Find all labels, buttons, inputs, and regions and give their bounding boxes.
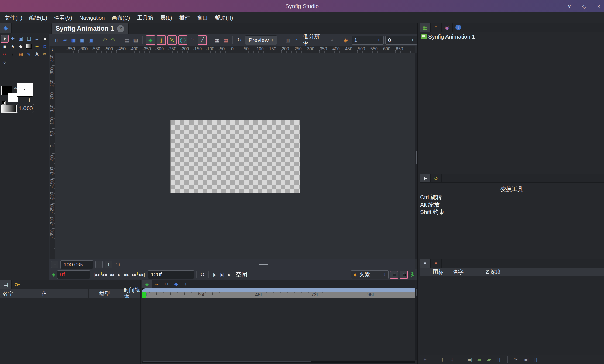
brush-size-decrease-button[interactable]: −: [19, 96, 23, 104]
tab-sound[interactable]: ♫: [181, 280, 191, 288]
keyframe-curve-toggle[interactable]: ʃ: [157, 35, 166, 45]
seek-prev-keyframe-button[interactable]: ◀◀: [100, 271, 108, 279]
past-keyframe-lock-button[interactable]: ◖: [390, 271, 398, 279]
reset-colors-icon[interactable]: [2, 101, 6, 105]
column-header[interactable]: [89, 289, 97, 298]
brush-size-increase-button[interactable]: +: [28, 96, 31, 104]
menu-window[interactable]: 窗口: [194, 12, 211, 23]
running-man-icon[interactable]: [410, 272, 414, 278]
zoom-level-field[interactable]: 100.0%: [60, 260, 93, 269]
canvas-workarea[interactable]: [55, 53, 415, 259]
pencil-tool[interactable]: ✏: [41, 50, 49, 58]
preview-render-button[interactable]: ▩: [131, 35, 140, 45]
menu-file[interactable]: 文件(F): [1, 12, 26, 23]
canvas-tree-item[interactable]: Synfig Animation 1: [420, 32, 604, 40]
document-tab[interactable]: Synfig Animation 1 ×: [51, 23, 129, 34]
render-preview-camera-icon[interactable]: ▥: [283, 35, 292, 45]
fit-canvas-button[interactable]: ▢: [114, 261, 121, 268]
column-header[interactable]: 图标: [430, 268, 450, 276]
tab-meta-data[interactable]: ◆: [171, 280, 181, 288]
maximize-button[interactable]: ◇: [582, 3, 586, 9]
time-ruler[interactable]: 0f24f48f72f96f: [142, 292, 415, 299]
grid-toggle[interactable]: ▦: [213, 35, 221, 45]
seek-next-keyframe-button[interactable]: ▶▶: [131, 271, 138, 279]
cut-button[interactable]: ✂: [513, 356, 520, 363]
spline-tool[interactable]: ✒: [33, 43, 41, 50]
timetrack-body[interactable]: [142, 298, 415, 360]
future-keyframe-lock-button[interactable]: ◗: [400, 271, 408, 279]
menu-edit[interactable]: 编辑(E): [26, 12, 51, 23]
delete-layer-button[interactable]: ▯: [496, 356, 502, 363]
cutout-tool[interactable]: ✂: [1, 50, 9, 58]
text-tool[interactable]: A: [33, 50, 41, 58]
zoom-normal-button[interactable]: 1: [105, 261, 112, 268]
new-document-button[interactable]: ▯: [52, 35, 61, 45]
canvas-vertical-scrollbar[interactable]: [415, 53, 417, 259]
mirror-tool[interactable]: ▣: [17, 35, 25, 43]
menu-navigation[interactable]: Navigation: [76, 12, 108, 23]
refresh-button[interactable]: ↻: [235, 35, 244, 45]
menu-plugins[interactable]: 插件: [176, 12, 194, 23]
scrollbar-thumb[interactable]: [142, 361, 311, 362]
transform-tool[interactable]: ➤: [1, 35, 9, 43]
loop-toggle[interactable]: ↺: [199, 271, 206, 279]
increase-quality-button[interactable]: ◕: [328, 35, 336, 45]
prev-frame-button[interactable]: ◀◀: [108, 271, 115, 279]
layers-list[interactable]: [420, 276, 604, 355]
star-tool[interactable]: ★: [9, 43, 17, 50]
gradient-tool[interactable]: [25, 43, 33, 50]
menu-canvas[interactable]: 画布(C): [108, 12, 133, 23]
tab-navigator[interactable]: ◉: [442, 23, 453, 32]
scrollbar-thumb[interactable]: [416, 151, 417, 164]
future-onion-spinner[interactable]: 0 − +: [385, 36, 417, 45]
save-button[interactable]: ▣: [69, 35, 78, 45]
add-layer-button[interactable]: +: [422, 356, 428, 363]
tab-transform-options[interactable]: ➤: [420, 174, 431, 182]
sketch-tool[interactable]: ✎: [25, 50, 33, 58]
default-interpolation-dropdown[interactable]: ◆ 夹紧 ↓: [351, 270, 389, 279]
spinner-decrease-icon[interactable]: −: [372, 37, 377, 43]
width-tool[interactable]: ↔: [33, 35, 41, 43]
pane-resize-grip[interactable]: [259, 264, 268, 265]
timetrack-horizontal-scrollbar[interactable]: [142, 361, 415, 363]
column-header[interactable]: 时间轨迹: [121, 289, 140, 298]
params-list[interactable]: [0, 298, 140, 364]
play-bounds-upper-button[interactable]: ▶|: [226, 271, 234, 279]
save-as-button[interactable]: ▣: [78, 35, 87, 45]
raise-layer-button[interactable]: ↑: [439, 356, 446, 363]
undo-button[interactable]: ↶: [100, 35, 109, 45]
tab-timetrack-params[interactable]: ◈: [142, 280, 152, 288]
render-button[interactable]: ▤: [123, 35, 131, 45]
scale-tool[interactable]: ◳: [25, 35, 33, 43]
tab-smooth-move-options[interactable]: ↺: [431, 174, 442, 182]
draw-tool[interactable]: ◗: [9, 50, 17, 58]
smooth-move-tool[interactable]: ✚: [9, 35, 17, 43]
default-gradient-swatch[interactable]: [1, 105, 17, 113]
rectangle-tool[interactable]: ■: [1, 43, 9, 50]
group-layer-button[interactable]: ▰: [476, 356, 483, 363]
circle-tool[interactable]: ●: [41, 35, 49, 43]
play-bounds-lower-button[interactable]: |▶: [211, 271, 218, 279]
close-button[interactable]: ×: [597, 3, 600, 9]
tab-layer-groups[interactable]: ≡: [431, 259, 442, 268]
timetrack-vertical-scrollbar[interactable]: [415, 288, 417, 360]
tab-info[interactable]: i: [453, 23, 464, 32]
next-frame-button[interactable]: ▶▶: [123, 271, 131, 279]
save-all-button[interactable]: ▣: [87, 35, 95, 45]
menu-layer[interactable]: 层(L): [157, 12, 176, 23]
redo-button[interactable]: ↷: [109, 35, 118, 45]
seek-begin-button[interactable]: |◀◀: [93, 271, 100, 279]
end-time-field[interactable]: 120f: [148, 270, 194, 279]
tab-layers[interactable]: ≡: [420, 259, 431, 268]
future-keyframe-toggle[interactable]: ◯: [178, 35, 187, 45]
tab-keyframe-list[interactable]: [12, 280, 23, 289]
tab-keyframes[interactable]: ≡: [431, 23, 442, 32]
brush-preview-swatch[interactable]: [17, 83, 33, 97]
past-keyframe-toggle[interactable]: ◉: [146, 35, 155, 45]
tab-curves[interactable]: ~: [152, 280, 162, 288]
polygon-tool[interactable]: ◆: [17, 43, 25, 50]
open-document-button[interactable]: ▰: [61, 35, 69, 45]
default-opacity-field[interactable]: 1.000: [17, 104, 34, 113]
keyframe-timebar[interactable]: [142, 288, 415, 292]
tab-canvases[interactable]: ▦: [420, 23, 431, 32]
